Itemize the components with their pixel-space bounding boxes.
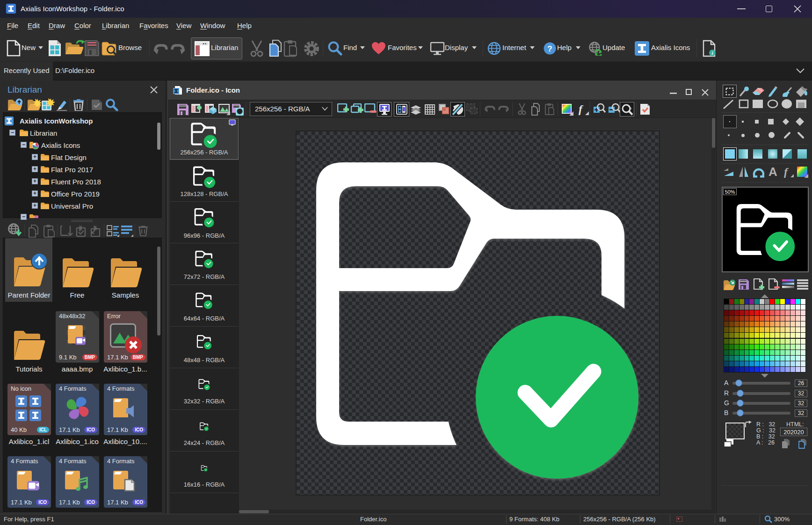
svg-text:f: f	[579, 103, 583, 115]
svg-text:f: f	[784, 166, 789, 178]
svg-text:?: ?	[547, 44, 552, 53]
